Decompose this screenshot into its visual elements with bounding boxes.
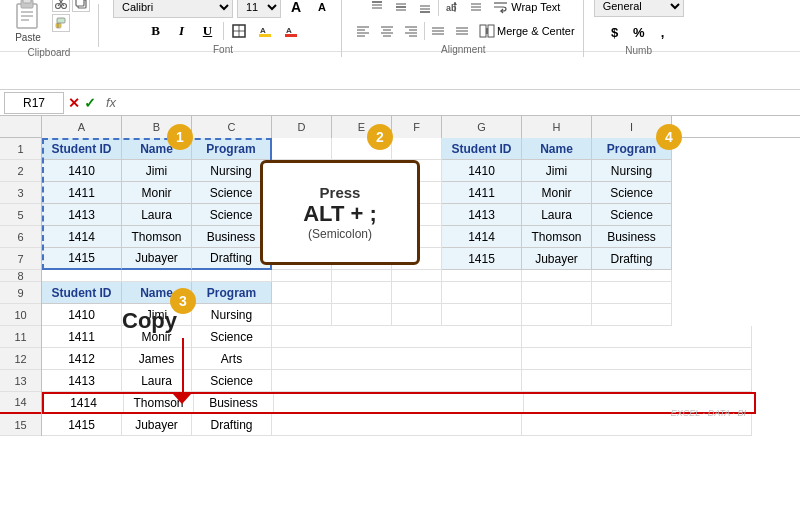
cell-c1[interactable]: Program: [192, 138, 272, 160]
cell-ghi11[interactable]: [522, 326, 752, 348]
cell-def15[interactable]: [272, 414, 522, 436]
align-left-button[interactable]: [352, 20, 374, 42]
cell-g5[interactable]: 1413: [442, 204, 522, 226]
cell-def13[interactable]: [272, 370, 522, 392]
cell-a13[interactable]: 1413: [42, 370, 122, 392]
cell-b8[interactable]: [122, 270, 192, 282]
cell-h1[interactable]: Name: [522, 138, 592, 160]
cell-f8[interactable]: [392, 270, 442, 282]
cell-g8[interactable]: [442, 270, 522, 282]
cell-a5[interactable]: 1413: [42, 204, 122, 226]
underline-button[interactable]: U: [197, 20, 219, 42]
currency-button[interactable]: $: [604, 21, 626, 43]
cell-a9[interactable]: Student ID: [42, 282, 122, 304]
cell-ghi12[interactable]: [522, 348, 752, 370]
formula-input[interactable]: [126, 92, 796, 114]
bold-button[interactable]: B: [145, 20, 167, 42]
cell-b5[interactable]: Laura: [122, 204, 192, 226]
cell-a12[interactable]: 1412: [42, 348, 122, 370]
cell-c15[interactable]: Drafting: [192, 414, 272, 436]
cell-h9[interactable]: [522, 282, 592, 304]
cell-h8[interactable]: [522, 270, 592, 282]
cell-b15[interactable]: Jubayer: [122, 414, 192, 436]
align-bottom-button[interactable]: [414, 0, 436, 18]
number-format-select[interactable]: General: [594, 0, 684, 17]
cell-c13[interactable]: Science: [192, 370, 272, 392]
cell-f1[interactable]: [392, 138, 442, 160]
cell-i8[interactable]: [592, 270, 672, 282]
cell-def12[interactable]: [272, 348, 522, 370]
fill-color-button[interactable]: A: [254, 20, 276, 42]
italic-button[interactable]: I: [171, 20, 193, 42]
cell-c9[interactable]: Program: [192, 282, 272, 304]
cell-b3[interactable]: Monir: [122, 182, 192, 204]
align-right-button[interactable]: [400, 20, 422, 42]
cell-i9[interactable]: [592, 282, 672, 304]
copy-button[interactable]: [72, 0, 90, 12]
decrease-indent-button[interactable]: [427, 20, 449, 42]
decrease-font-button[interactable]: A: [311, 0, 333, 18]
cell-d1[interactable]: [272, 138, 332, 160]
increase-font-button[interactable]: A: [285, 0, 307, 18]
percent-button[interactable]: %: [628, 21, 650, 43]
cell-e10[interactable]: [332, 304, 392, 326]
cell-a15[interactable]: 1415: [42, 414, 122, 436]
align-center-button[interactable]: [376, 20, 398, 42]
cell-a3[interactable]: 1411: [42, 182, 122, 204]
cell-c8[interactable]: [192, 270, 272, 282]
cell-f10[interactable]: [392, 304, 442, 326]
cell-c11[interactable]: Science: [192, 326, 272, 348]
cell-d8[interactable]: [272, 270, 332, 282]
cell-e9[interactable]: [332, 282, 392, 304]
cell-d9[interactable]: [272, 282, 332, 304]
cell-b2[interactable]: Jimi: [122, 160, 192, 182]
select-all-button[interactable]: [0, 116, 42, 137]
cell-a14[interactable]: 1414: [44, 394, 124, 412]
cell-def11[interactable]: [272, 326, 522, 348]
cell-a7[interactable]: 1415: [42, 248, 122, 270]
cell-a8[interactable]: [42, 270, 122, 282]
cell-h7[interactable]: Jubayer: [522, 248, 592, 270]
cell-i6[interactable]: Business: [592, 226, 672, 248]
cell-d10[interactable]: [272, 304, 332, 326]
cell-a11[interactable]: 1411: [42, 326, 122, 348]
cell-g10[interactable]: [442, 304, 522, 326]
cut-button[interactable]: [52, 0, 70, 12]
cell-h3[interactable]: Monir: [522, 182, 592, 204]
cell-g1[interactable]: Student ID: [442, 138, 522, 160]
cell-c12[interactable]: Arts: [192, 348, 272, 370]
cell-b7[interactable]: Jubayer: [122, 248, 192, 270]
cell-h6[interactable]: Thomson: [522, 226, 592, 248]
cell-g6[interactable]: 1414: [442, 226, 522, 248]
cell-ghi13[interactable]: [522, 370, 752, 392]
cell-g3[interactable]: 1411: [442, 182, 522, 204]
text-direction-button[interactable]: ab: [441, 0, 463, 18]
align-top-button[interactable]: [366, 0, 388, 18]
paste-button[interactable]: Paste: [8, 0, 48, 45]
cell-g2[interactable]: 1410: [442, 160, 522, 182]
cell-a2[interactable]: 1410: [42, 160, 122, 182]
border-button[interactable]: [228, 20, 250, 42]
cell-g7[interactable]: 1415: [442, 248, 522, 270]
cell-i3[interactable]: Science: [592, 182, 672, 204]
cell-i2[interactable]: Nursing: [592, 160, 672, 182]
cell-i5[interactable]: Science: [592, 204, 672, 226]
font-size-select[interactable]: 11: [237, 0, 281, 18]
cell-c14[interactable]: Business: [194, 394, 274, 412]
cell-def14[interactable]: [274, 394, 524, 412]
cell-i7[interactable]: Drafting: [592, 248, 672, 270]
cell-i10[interactable]: [592, 304, 672, 326]
indent-decrease-button[interactable]: [465, 0, 487, 18]
cell-a10[interactable]: 1410: [42, 304, 122, 326]
cell-c10[interactable]: Nursing: [192, 304, 272, 326]
align-middle-button[interactable]: [390, 0, 412, 18]
font-color-button[interactable]: A: [280, 20, 302, 42]
cell-b6[interactable]: Thomson: [122, 226, 192, 248]
cell-h5[interactable]: Laura: [522, 204, 592, 226]
cell-h10[interactable]: [522, 304, 592, 326]
cell-f9[interactable]: [392, 282, 442, 304]
cell-e8[interactable]: [332, 270, 392, 282]
cell-a6[interactable]: 1414: [42, 226, 122, 248]
format-painter-button[interactable]: [52, 14, 70, 32]
cell-h2[interactable]: Jimi: [522, 160, 592, 182]
